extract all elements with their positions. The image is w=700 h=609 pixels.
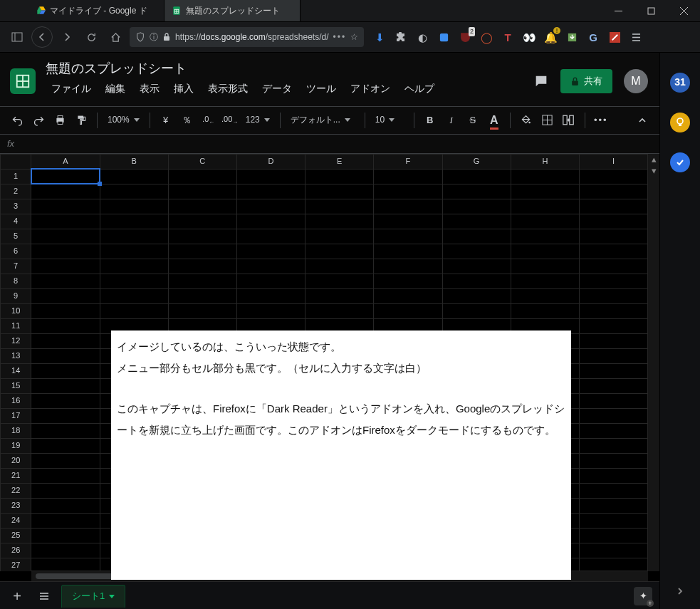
cell[interactable] <box>374 199 442 214</box>
window-close-button[interactable] <box>667 0 700 21</box>
cell[interactable] <box>168 274 236 288</box>
menu-addons[interactable]: アドオン <box>345 80 396 98</box>
cell[interactable] <box>31 438 100 453</box>
menu-file[interactable]: ファイル <box>46 80 97 98</box>
ext-bell-icon[interactable]: 🔔! <box>543 30 558 44</box>
redo-button[interactable] <box>28 110 48 130</box>
ext-save-icon[interactable] <box>565 30 579 44</box>
cell[interactable] <box>374 184 442 199</box>
cell[interactable] <box>305 214 374 229</box>
cell[interactable] <box>236 259 305 274</box>
cell[interactable] <box>100 184 168 199</box>
cell[interactable] <box>236 184 305 199</box>
cell[interactable] <box>579 318 647 333</box>
bold-button[interactable]: B <box>420 110 440 130</box>
nav-home-button[interactable] <box>105 27 125 47</box>
cell[interactable] <box>31 408 100 423</box>
cell[interactable] <box>100 214 168 229</box>
cell[interactable] <box>31 528 100 543</box>
cell[interactable] <box>511 214 579 229</box>
row-header[interactable]: 14 <box>1 363 31 378</box>
menu-help[interactable]: ヘルプ <box>399 80 440 98</box>
row-header[interactable]: 11 <box>1 318 31 333</box>
bookmark-star-icon[interactable]: ☆ <box>350 31 358 43</box>
fill-color-button[interactable] <box>516 110 536 130</box>
add-sheet-button[interactable]: + <box>7 586 27 606</box>
tasks-addon-icon[interactable] <box>670 152 690 172</box>
percent-button[interactable]: ％ <box>177 110 197 130</box>
cell[interactable] <box>442 274 511 288</box>
cell[interactable] <box>31 169 100 184</box>
cell[interactable] <box>236 214 305 229</box>
cell[interactable] <box>579 438 647 453</box>
cell[interactable] <box>511 229 579 244</box>
column-header[interactable]: D <box>236 154 305 169</box>
ext-eyes-icon[interactable]: 👀 <box>522 30 536 44</box>
cell[interactable] <box>305 303 374 318</box>
browser-tab-sheets[interactable]: 無題のスプレッドシート <box>164 0 301 21</box>
cell[interactable] <box>168 169 236 184</box>
cell[interactable] <box>511 184 579 199</box>
row-header[interactable]: 3 <box>1 199 31 214</box>
cell[interactable] <box>579 498 647 513</box>
cell[interactable] <box>31 558 100 571</box>
cell[interactable] <box>31 229 100 244</box>
cell[interactable] <box>579 199 647 214</box>
menu-edit[interactable]: 編集 <box>100 80 131 98</box>
cell[interactable] <box>236 274 305 288</box>
number-format-select[interactable]: 123 <box>241 110 274 130</box>
vertical-scrollbar[interactable]: ▴ ▾ <box>647 154 659 571</box>
cell[interactable] <box>511 288 579 303</box>
cell[interactable] <box>236 169 305 184</box>
ext-circle-icon[interactable]: ◯ <box>479 30 493 44</box>
cell[interactable] <box>31 184 100 199</box>
undo-button[interactable] <box>7 110 27 130</box>
share-button[interactable]: 共有 <box>560 69 612 93</box>
row-header[interactable]: 17 <box>1 408 31 423</box>
url-bar[interactable]: ⓘ https://docs.google.com/spreadsheets/d… <box>130 27 364 47</box>
cell[interactable] <box>236 244 305 259</box>
nav-back-button[interactable] <box>31 26 53 48</box>
menu-data[interactable]: データ <box>256 80 298 98</box>
cell[interactable] <box>31 453 100 468</box>
cell[interactable] <box>374 244 442 259</box>
cell[interactable] <box>100 169 168 184</box>
nav-reload-button[interactable] <box>81 27 101 47</box>
cell[interactable] <box>168 229 236 244</box>
cell[interactable] <box>511 169 579 184</box>
cell[interactable] <box>100 259 168 274</box>
cell[interactable] <box>168 184 236 199</box>
cell[interactable] <box>100 244 168 259</box>
merge-button[interactable] <box>559 110 579 130</box>
cell[interactable] <box>511 244 579 259</box>
ext-google-icon[interactable]: G <box>586 30 600 44</box>
cell[interactable] <box>579 378 647 393</box>
cell[interactable] <box>442 288 511 303</box>
currency-button[interactable]: ¥ <box>156 110 176 130</box>
collapse-menus-button[interactable] <box>632 110 652 130</box>
sheet-tab-active[interactable]: シート1 <box>61 585 125 607</box>
cell[interactable] <box>100 229 168 244</box>
row-header[interactable]: 4 <box>1 214 31 229</box>
row-header[interactable]: 20 <box>1 453 31 468</box>
cell[interactable] <box>374 169 442 184</box>
menu-view[interactable]: 表示 <box>134 80 165 98</box>
scroll-down-icon[interactable]: ▾ <box>648 165 659 177</box>
paintformat-button[interactable] <box>71 110 91 130</box>
italic-button[interactable]: I <box>442 110 461 130</box>
cell[interactable] <box>100 288 168 303</box>
cell[interactable] <box>579 274 647 288</box>
nav-forward-button[interactable] <box>57 27 77 47</box>
cell[interactable] <box>442 259 511 274</box>
cell[interactable] <box>305 184 374 199</box>
chevron-down-icon[interactable] <box>109 595 115 598</box>
ext-ublock-icon[interactable]: 2 <box>458 30 472 44</box>
sheets-logo-icon[interactable] <box>10 68 36 94</box>
cell[interactable] <box>579 229 647 244</box>
cell[interactable] <box>305 244 374 259</box>
all-sheets-button[interactable] <box>34 586 54 606</box>
row-header[interactable]: 6 <box>1 244 31 259</box>
cell[interactable] <box>579 483 647 498</box>
cell[interactable] <box>31 274 100 288</box>
column-header[interactable]: E <box>305 154 374 169</box>
